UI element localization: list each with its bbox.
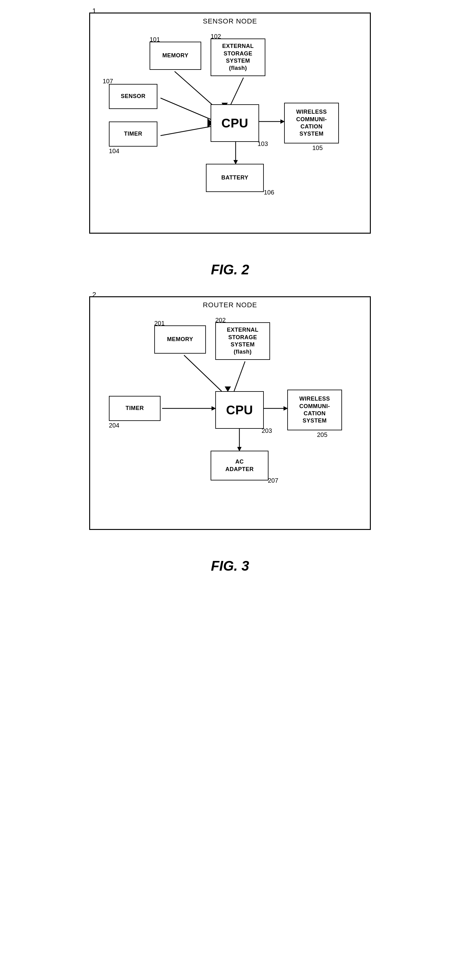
cpu-ref: 103 [257, 140, 268, 148]
svg-line-3 [160, 98, 212, 120]
fig2-caption: FIG. 2 [211, 262, 249, 277]
battery-block: BATTERY [206, 164, 264, 192]
sensor-timer-ref: 107 [103, 78, 113, 85]
figure-2-wrapper: 1 SENSOR NODE [89, 13, 371, 234]
ext-storage-block: EXTERNAL STORAGE SYSTEM (flash) [211, 38, 265, 76]
fig3-diagram: MEMORY 201 EXTERNAL STORAGE SYSTEM (flas… [100, 313, 360, 520]
fig3-timer-block: TIMER [109, 396, 160, 421]
svg-line-1 [229, 78, 243, 107]
timer-ref: 104 [109, 148, 119, 155]
cpu-block: CPU [211, 104, 259, 142]
page-content: 1 SENSOR NODE [89, 13, 371, 593]
fig3-memory-block: MEMORY [154, 325, 206, 353]
fig3-wireless-ref: 205 [317, 431, 327, 439]
fig3-cpu-ref: 203 [262, 427, 272, 434]
fig2-diagram-box: SENSOR NODE [89, 13, 371, 234]
fig3-ext-storage-ref: 202 [215, 317, 225, 324]
wireless-ref: 105 [312, 145, 323, 151]
fig3-timer-ref: 204 [109, 422, 119, 429]
sensor-block: SENSOR [109, 84, 157, 109]
battery-ref: 106 [264, 189, 274, 196]
fig3-diagram-box: ROUTER NODE [89, 296, 371, 530]
fig3-ac-adapter-block: AC ADAPTER [211, 451, 268, 480]
svg-line-10 [184, 355, 222, 391]
svg-line-4 [160, 126, 212, 135]
figure-3-wrapper: 2 ROUTER NODE [89, 296, 371, 530]
memory-ref: 101 [149, 36, 160, 43]
timer-block: TIMER [109, 121, 157, 146]
svg-line-0 [174, 72, 215, 107]
fig3-memory-ref: 201 [154, 320, 165, 327]
fig3-ext-storage-block: EXTERNAL STORAGE SYSTEM (flash) [215, 322, 270, 360]
fig2-title: SENSOR NODE [203, 17, 257, 25]
fig3-wireless-block: WIRELESS COMMUNI- CATION SYSTEM [287, 390, 342, 430]
memory-block: MEMORY [149, 41, 201, 70]
fig3-cpu-block: CPU [215, 391, 264, 429]
svg-line-11 [234, 361, 245, 391]
wireless-block: WIRELESS COMMUNI- CATION SYSTEM [284, 103, 339, 143]
fig3-title: ROUTER NODE [203, 301, 257, 309]
fig3-ac-adapter-ref: 207 [268, 477, 278, 484]
fig3-caption: FIG. 3 [211, 558, 249, 574]
fig2-diagram: MEMORY 101 EXTERNAL STORAGE SYSTEM (flas… [100, 29, 360, 223]
ext-storage-ref: 102 [211, 33, 221, 40]
